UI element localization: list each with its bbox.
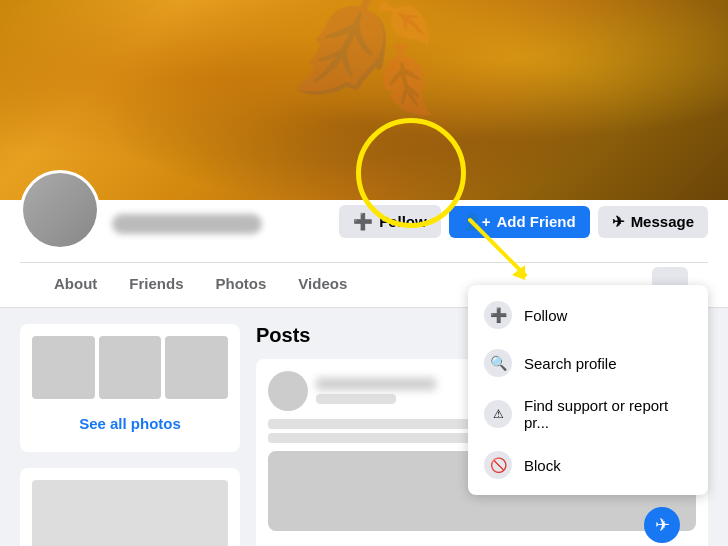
- photo-thumb: [32, 336, 95, 399]
- add-friend-icon: 👤+: [463, 213, 491, 231]
- add-friend-button[interactable]: 👤+ Add Friend: [449, 206, 590, 238]
- dropdown-search-icon: 🔍: [484, 349, 512, 377]
- dropdown-menu: ➕ Follow 🔍 Search profile ⚠ Find support…: [468, 285, 708, 495]
- profile-actions: ➕ Follow 👤+ Add Friend ✈ Message: [339, 205, 708, 250]
- post-author-name: [316, 378, 436, 390]
- tab-friends[interactable]: Friends: [115, 263, 197, 307]
- photos-card: See all photos: [20, 324, 240, 452]
- dropdown-follow-icon: ➕: [484, 301, 512, 329]
- photo-thumb: [165, 336, 228, 399]
- photos-grid: [32, 336, 228, 399]
- left-column: See all photos: [20, 324, 240, 546]
- message-label: Message: [631, 213, 694, 230]
- small-photo-card: [20, 468, 240, 546]
- photo-thumb: [99, 336, 162, 399]
- dropdown-report-icon: ⚠: [484, 400, 512, 428]
- tab-about[interactable]: About: [40, 263, 111, 307]
- see-all-photos-link[interactable]: See all photos: [32, 407, 228, 440]
- dropdown-search-profile-label: Search profile: [524, 355, 617, 372]
- dropdown-block-label: Block: [524, 457, 561, 474]
- dropdown-follow-label: Follow: [524, 307, 567, 324]
- follow-button[interactable]: ➕ Follow: [339, 205, 441, 238]
- profile-header: ➕ Follow 👤+ Add Friend ✈ Message: [20, 200, 708, 262]
- profile-name: [112, 214, 262, 234]
- tab-videos[interactable]: Videos: [284, 263, 361, 307]
- avatar: [20, 170, 100, 250]
- follow-label: Follow: [379, 213, 427, 230]
- dropdown-search-profile-item[interactable]: 🔍 Search profile: [468, 339, 708, 387]
- dropdown-report-label: Find support or report pr...: [524, 397, 692, 431]
- tab-photos[interactable]: Photos: [202, 263, 281, 307]
- message-icon: ✈: [612, 213, 625, 231]
- dropdown-follow-item[interactable]: ➕ Follow: [468, 291, 708, 339]
- dropdown-block-item[interactable]: 🚫 Block: [468, 441, 708, 489]
- messenger-icon: ✈: [644, 507, 680, 543]
- add-friend-label: Add Friend: [496, 213, 575, 230]
- follow-icon: ➕: [353, 212, 373, 231]
- message-button[interactable]: ✈ Message: [598, 206, 708, 238]
- post-meta: [316, 378, 436, 404]
- dropdown-block-icon: 🚫: [484, 451, 512, 479]
- post-date: [316, 394, 396, 404]
- dropdown-report-item[interactable]: ⚠ Find support or report pr...: [468, 387, 708, 441]
- cover-photo: [0, 0, 728, 200]
- small-photo-placeholder: [32, 480, 228, 546]
- post-avatar: [268, 371, 308, 411]
